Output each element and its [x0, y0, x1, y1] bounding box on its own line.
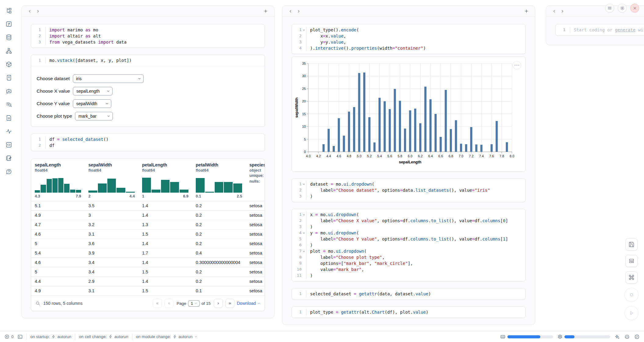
documentation-icon[interactable] — [4, 100, 13, 109]
x-value-select[interactable]: sepalLength — [73, 87, 113, 95]
table-column-header[interactable]: petalLengthfloat6416.9 — [138, 159, 192, 201]
bar[interactable] — [389, 109, 391, 152]
bar[interactable] — [424, 87, 427, 152]
next-page-button[interactable]: › — [214, 299, 223, 308]
bar[interactable] — [455, 120, 457, 152]
code-panel-icon[interactable] — [4, 140, 13, 149]
first-page-button[interactable]: « — [153, 299, 162, 308]
file-explorer-icon[interactable] — [4, 6, 13, 15]
table-column-header[interactable]: sepalLengthfloat644.37.9 — [31, 159, 85, 201]
bar[interactable] — [333, 146, 335, 152]
plot-type-select[interactable]: mark_bar — [75, 112, 113, 120]
bar[interactable] — [450, 129, 452, 152]
code-editor[interactable]: 1x = mo.ui.dropdown(2 label="Choose X va… — [292, 209, 525, 281]
connection-status-icon[interactable] — [634, 334, 640, 340]
stop-icon[interactable] — [624, 288, 639, 302]
snippets-icon[interactable] — [4, 113, 13, 123]
bar[interactable] — [435, 114, 437, 152]
help-icon[interactable] — [4, 167, 13, 176]
bar[interactable] — [378, 98, 381, 152]
table-column-header[interactable]: sepalWidthfloat6424.4 — [85, 159, 138, 201]
packages-icon[interactable] — [4, 60, 13, 69]
layout-icon[interactable] — [625, 255, 638, 267]
fold-icon[interactable] — [302, 230, 306, 236]
code-editor[interactable]: 1selected_dataset = getattr(data, datase… — [292, 288, 525, 299]
errors-indicator[interactable]: 0 — [4, 334, 14, 339]
bar[interactable] — [363, 73, 365, 152]
table-column-header[interactable]: speciesobjectunique:nulls: — [246, 159, 265, 201]
cpu-usage[interactable] — [557, 334, 610, 339]
column-scroll-left-icon[interactable] — [26, 8, 34, 15]
table-column-header[interactable]: petalWidthfloat640.12.5 — [192, 159, 246, 201]
bar[interactable] — [404, 129, 406, 152]
terminal-icon[interactable] — [17, 334, 23, 340]
code-editor[interactable]: 1import marimo as mo2import altair as al… — [31, 24, 265, 48]
bar[interactable] — [409, 110, 411, 152]
bar[interactable] — [445, 90, 447, 152]
bar[interactable] — [480, 145, 482, 152]
search-icon[interactable] — [35, 301, 40, 306]
memory-usage[interactable] — [500, 334, 553, 340]
fold-icon[interactable] — [302, 181, 306, 187]
bar[interactable] — [429, 99, 431, 152]
copilot-icon[interactable] — [624, 334, 630, 340]
chat-icon[interactable] — [4, 87, 13, 96]
code-editor[interactable]: 1plot_type = getattr(alt.Chart(df), plot… — [292, 307, 525, 318]
prev-page-button[interactable]: ‹ — [164, 299, 174, 308]
column-scroll-right-icon[interactable] — [295, 8, 302, 15]
bar[interactable] — [327, 129, 330, 152]
bar[interactable] — [414, 109, 416, 152]
fold-icon[interactable] — [302, 212, 306, 218]
datasources-icon[interactable] — [4, 33, 13, 42]
on-startup-setting[interactable]: on startup: autorun — [30, 334, 72, 339]
bar[interactable] — [323, 144, 325, 152]
bar[interactable] — [399, 101, 401, 152]
variables-icon[interactable] — [4, 20, 13, 29]
code-editor[interactable]: 1plot_type().encode(2 x=x.value,3 y=y.va… — [292, 24, 525, 54]
bar[interactable] — [465, 144, 467, 152]
chart-actions-icon[interactable] — [513, 61, 521, 69]
bar[interactable] — [368, 117, 370, 152]
bar[interactable] — [470, 127, 472, 152]
bar[interactable] — [384, 101, 386, 152]
add-column-icon[interactable] — [262, 8, 270, 15]
bar[interactable] — [348, 112, 350, 152]
bar[interactable] — [394, 89, 396, 152]
fold-icon[interactable] — [302, 27, 306, 33]
bar[interactable] — [419, 123, 421, 152]
dependencies-icon[interactable] — [4, 46, 13, 55]
fold-icon[interactable] — [302, 248, 306, 254]
column-scroll-left-icon[interactable] — [287, 8, 295, 15]
bar[interactable] — [343, 136, 345, 152]
y-value-select[interactable]: sepalWidth — [73, 99, 111, 108]
run-icon[interactable] — [624, 306, 639, 320]
bar[interactable] — [338, 118, 340, 152]
column-scroll-left-icon[interactable] — [550, 8, 558, 15]
code-editor[interactable]: 1dataset = mo.ui.dropdown(2 label="Choos… — [292, 179, 525, 202]
altair-bar-chart[interactable]: 4.04.24.44.64.85.05.25.45.65.86.06.26.46… — [294, 60, 517, 167]
on-cell-change-setting[interactable]: on cell change: autorun — [79, 334, 128, 339]
menu-icon[interactable] — [605, 4, 614, 12]
bar[interactable] — [460, 144, 462, 152]
add-column-icon[interactable] — [522, 8, 531, 15]
code-editor-placeholder[interactable]: 1Start coding or generate with AI — [556, 24, 644, 35]
download-button[interactable]: Download — [237, 301, 260, 306]
code-editor[interactable]: 1mo.vstack([dataset, x, y, plot]) — [31, 55, 265, 66]
bar[interactable] — [506, 142, 508, 152]
column-scroll-right-icon[interactable] — [558, 8, 566, 15]
bar[interactable] — [353, 107, 355, 152]
bar[interactable] — [496, 121, 498, 152]
close-icon[interactable] — [630, 4, 639, 12]
on-module-change-setting[interactable]: on module change: autorun — [136, 334, 198, 339]
tracing-icon[interactable] — [4, 127, 13, 136]
bar[interactable] — [374, 142, 376, 152]
code-editor[interactable]: 1df = selected_dataset()2df — [31, 134, 265, 151]
scratchpad-icon[interactable] — [4, 154, 13, 163]
keyboard-shortcuts-icon[interactable] — [625, 271, 638, 283]
last-page-button[interactable]: » — [225, 299, 234, 308]
column-scroll-right-icon[interactable] — [34, 8, 42, 15]
bar[interactable] — [358, 73, 360, 152]
bar[interactable] — [440, 137, 442, 152]
logs-icon[interactable] — [4, 73, 13, 82]
ai-sparkles-icon[interactable] — [614, 334, 620, 340]
